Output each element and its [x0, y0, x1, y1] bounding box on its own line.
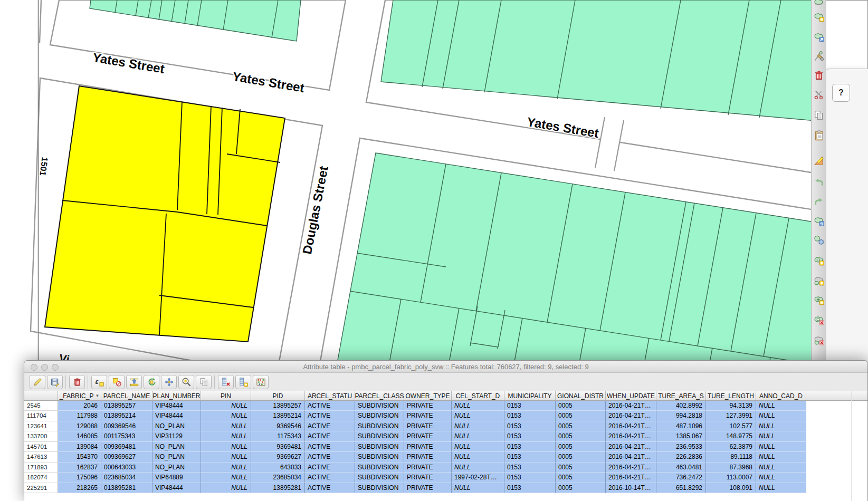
table-cell[interactable]: 0153 — [504, 401, 556, 411]
table-cell[interactable]: 402.8992 — [656, 401, 706, 411]
table-cell[interactable]: 651.8292 — [656, 483, 706, 494]
table-cell[interactable]: 62.3879 — [706, 442, 756, 452]
table-cell[interactable]: 2016-04-21T… — [606, 411, 656, 421]
offset-curve-button[interactable] — [813, 31, 825, 42]
table-cell[interactable]: 148.9775 — [706, 431, 756, 442]
table-cell[interactable]: 994.2818 — [656, 411, 706, 421]
table-cell[interactable]: 0005 — [556, 473, 606, 483]
table-cell[interactable]: NULL — [201, 473, 251, 483]
window-titlebar[interactable]: Attribute table - pmbc_parcel_fabric_pol… — [24, 361, 867, 373]
table-cell[interactable]: SUBDIVISION — [355, 442, 404, 452]
zoom-to-selected-button[interactable] — [178, 375, 194, 389]
row-number[interactable]: 111704 — [24, 411, 58, 421]
table-cell[interactable]: NULL — [756, 452, 806, 463]
column-header-parcel_name[interactable]: PARCEL_NAME — [101, 391, 152, 401]
table-cell[interactable]: 175096 — [58, 473, 101, 483]
simplify-feature-button[interactable] — [813, 11, 825, 22]
column-header-municipality[interactable]: MUNICIPALITY — [504, 391, 556, 401]
table-cell[interactable]: 0153 — [504, 452, 556, 463]
table-cell[interactable]: NULL — [452, 401, 504, 411]
table-cell[interactable]: NULL — [756, 421, 806, 432]
table-cell[interactable]: 162837 — [58, 463, 101, 473]
table-cell[interactable]: NULL — [201, 431, 251, 442]
cut-features-button[interactable] — [813, 89, 825, 100]
column-header-owner_type[interactable]: OWNER_TYPE — [404, 391, 452, 401]
table-cell[interactable]: 0153 — [504, 421, 556, 432]
table-cell[interactable]: SUBDIVISION — [355, 452, 404, 463]
table-cell[interactable]: NULL — [756, 411, 806, 421]
table-cell[interactable]: 013895214 — [101, 411, 152, 421]
table-cell[interactable]: 102.577 — [706, 421, 756, 432]
column-header-cel_start_d[interactable]: CEL_START_D — [452, 391, 504, 401]
table-cell[interactable]: 2016-04-21T… — [606, 442, 656, 452]
table-cell[interactable]: NULL — [201, 452, 251, 463]
table-cell[interactable]: 0005 — [556, 401, 606, 411]
table-cell[interactable]: ACTIVE — [305, 421, 355, 432]
table-cell[interactable]: 643033 — [251, 463, 305, 473]
paste-features-button[interactable] — [813, 130, 825, 141]
table-cell[interactable]: 108.091 — [706, 483, 756, 494]
table-cell[interactable]: ACTIVE — [305, 452, 355, 463]
table-cell[interactable]: 129088 — [58, 421, 101, 432]
table-cell[interactable]: 9369481 — [251, 442, 305, 452]
invert-selection-button[interactable] — [144, 375, 159, 389]
column-header-pid[interactable]: PID — [251, 391, 305, 401]
selected-parcels[interactable] — [45, 86, 285, 342]
table-cell[interactable]: ACTIVE — [305, 411, 355, 421]
table-cell[interactable]: NULL — [452, 411, 504, 421]
table-cell[interactable]: NULL — [452, 442, 504, 452]
deselect-all-button[interactable] — [109, 375, 125, 389]
delete-selected-button[interactable] — [813, 70, 825, 81]
table-cell[interactable]: VIP64889 — [152, 473, 201, 483]
table-cell[interactable]: 2016-04-21T… — [606, 421, 656, 432]
delete-part-button[interactable] — [813, 334, 825, 345]
table-cell[interactable]: SUBDIVISION — [355, 431, 404, 442]
row-number[interactable]: 133700 — [24, 431, 58, 442]
table-cell[interactable]: NULL — [201, 411, 251, 421]
table-cell[interactable]: NULL — [201, 483, 251, 494]
table-cell[interactable]: ACTIVE — [305, 442, 355, 452]
table-cell[interactable]: SUBDIVISION — [355, 401, 404, 411]
table-cell[interactable]: PRIVATE — [404, 401, 452, 411]
table-cell[interactable]: 1385.067 — [656, 431, 706, 442]
table-cell[interactable]: PRIVATE — [404, 431, 452, 442]
table-cell[interactable]: 0005 — [556, 463, 606, 473]
column-header-anno_cad_d[interactable]: ANNO_CAD_D — [756, 391, 806, 401]
table-cell[interactable]: 487.1096 — [656, 421, 706, 432]
table-cell[interactable]: 009369546 — [101, 421, 152, 432]
table-cell[interactable]: 736.2472 — [656, 473, 706, 483]
table-cell[interactable]: 0005 — [556, 452, 606, 463]
table-cell[interactable]: 146085 — [58, 431, 101, 442]
table-cell[interactable]: 009369627 — [101, 452, 152, 463]
delete-selected-features-button[interactable] — [69, 375, 85, 389]
table-cell[interactable]: NULL — [756, 463, 806, 473]
table-cell[interactable]: 1175343 — [251, 431, 305, 442]
table-cell[interactable]: NULL — [201, 463, 251, 473]
smooth-feature-button[interactable] — [813, 234, 825, 246]
redo-button[interactable] — [813, 196, 825, 207]
table-cell[interactable]: 2016-04-21T… — [606, 401, 656, 411]
table-cell[interactable]: 2016-04-21T… — [606, 463, 656, 473]
table-cell[interactable]: 2016-04-21T… — [606, 452, 656, 463]
table-cell[interactable]: NULL — [201, 442, 251, 452]
table-cell[interactable]: 0153 — [504, 473, 556, 483]
table-cell[interactable]: NULL — [201, 421, 251, 432]
delete-ring-button[interactable] — [813, 314, 825, 325]
table-cell[interactable]: 2016-04-21T… — [606, 473, 656, 483]
table-cell[interactable]: 13895214 — [251, 411, 305, 421]
row-number[interactable]: 171893 — [24, 463, 58, 473]
table-cell[interactable]: ACTIVE — [305, 483, 355, 494]
table-cell[interactable]: PRIVATE — [404, 452, 452, 463]
table-cell[interactable]: SUBDIVISION — [355, 421, 404, 432]
table-cell[interactable]: 13895257 — [251, 401, 305, 411]
table-cell[interactable]: NULL — [452, 452, 504, 463]
table-cell[interactable]: 1997-02-28T… — [452, 473, 504, 483]
copy-features-button[interactable] — [813, 110, 825, 121]
reshape-features-button[interactable] — [813, 0, 825, 8]
add-ring-button[interactable] — [813, 254, 825, 266]
field-calculator-button[interactable] — [253, 375, 269, 389]
table-cell[interactable]: 117988 — [58, 411, 101, 421]
vertical-scrollbar[interactable] — [851, 391, 852, 501]
table-cell[interactable]: 113.0007 — [706, 473, 756, 483]
table-cell[interactable]: 89.1118 — [706, 452, 756, 463]
